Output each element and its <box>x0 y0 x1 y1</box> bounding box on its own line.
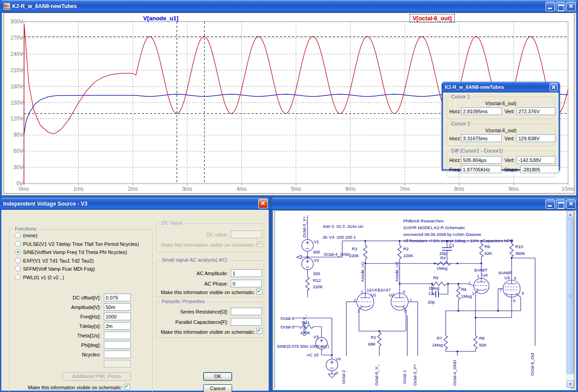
ac-analysis-caption: Small signal AC analysis(.AC) <box>160 257 229 263</box>
param-input-0[interactable] <box>104 294 131 301</box>
ac-visible-checkbox[interactable] <box>256 289 262 295</box>
x-axis-label: 6ms <box>337 186 364 192</box>
diff-horz-value[interactable] <box>461 156 502 164</box>
function-radio-5[interactable] <box>15 274 21 280</box>
schematic-label: R10 <box>515 244 523 249</box>
param-input-5[interactable] <box>104 341 131 349</box>
parasitic-visible-checkbox[interactable] <box>256 328 262 334</box>
visible-on-schematic-checkbox[interactable] <box>124 384 130 390</box>
param-input-2[interactable] <box>104 313 131 320</box>
series-resistance-label: Series Resistance[Ω]: <box>164 309 228 314</box>
cursor-panel-titlebar[interactable]: K2-R_w_6AN8-newTubes <box>442 82 560 92</box>
schematic-label: 220K <box>313 284 323 289</box>
schematic-label: Philbrick Researches <box>403 218 443 223</box>
ac-phase-input[interactable] <box>231 280 262 287</box>
cursor-panel-close-icon[interactable] <box>550 83 558 91</box>
schematic-label: 220K <box>403 253 414 258</box>
x-axis-label: 8ms <box>446 186 473 192</box>
schematic-minimize-button[interactable] <box>545 199 555 209</box>
schematic-label: Octal-5_V_ <box>302 314 307 336</box>
series-resistance-input[interactable] <box>231 308 262 315</box>
window-title: K2-R_w_6AN8-newTubes <box>12 3 77 9</box>
function-radio-label-5[interactable]: PWL(t1 v1 t2 v2...) <box>23 275 64 280</box>
cursor1-signal: V(octal-6_out) <box>449 101 552 106</box>
function-radio-0[interactable] <box>15 232 21 238</box>
y-axis-label: 30V <box>5 164 23 171</box>
function-radio-label-1[interactable]: PULSE(V1 V2 Tdelay Trise Tfall Ton Perio… <box>23 241 139 247</box>
schematic-label: 82K <box>485 251 493 256</box>
schematic-maximize-button[interactable] <box>556 199 565 209</box>
resistor-icon <box>510 244 513 257</box>
ac-amplitude-input[interactable] <box>231 269 262 277</box>
schematic-label: 300 <box>313 271 320 276</box>
function-radio-label-4[interactable]: SFFM(Voff Vamp Fcar MDI Fsig) <box>23 266 95 272</box>
x-axis-label: 2ms <box>119 186 146 192</box>
cursor2-group: Cursor 2 V(octal-6_out) Horz: Vert: <box>447 124 555 146</box>
function-radio-3[interactable] <box>15 258 21 263</box>
trace-label-anode-u1[interactable]: V[anode_u1] <box>127 15 195 22</box>
cursor1-vert-value[interactable] <box>517 107 555 115</box>
pin-number: 2 <box>354 298 356 303</box>
pin-number: 2 <box>468 281 471 286</box>
function-radio-label-2[interactable]: SINE(Voffset Vamp Freq Td Theta Phi Ncyc… <box>23 249 127 255</box>
schematic-label: 360K <box>515 251 526 256</box>
schematic-scrollbar[interactable]: ▲ ▼ <box>566 211 574 388</box>
resistor-icon <box>444 336 447 349</box>
v3-dialog-close-icon[interactable] <box>258 199 268 208</box>
additional-pwl-points-button[interactable]: Additional PWL Points <box>62 372 131 381</box>
function-radio-4[interactable] <box>15 266 21 272</box>
v3-dialog-titlebar[interactable]: Independent Voltage Source - V3 <box>0 198 270 210</box>
function-radio-label-0[interactable]: (none) <box>23 233 37 238</box>
cursor2-vert-value[interactable] <box>517 134 555 142</box>
function-radio-label-3[interactable]: EXP(V1 V2 Td1 Tau1 Td2 Tau2) <box>23 258 93 263</box>
param-input-3[interactable] <box>104 322 131 330</box>
junction-dot <box>307 256 308 258</box>
x-axis-label: 5ms <box>283 186 310 192</box>
functions-caption: Functions <box>14 226 38 231</box>
schematic-label: V4 <box>336 356 341 361</box>
parallel-capacitance-label: Parallel Capacitance[F]: <box>164 319 228 325</box>
cursor1-horz-label: Horz: <box>449 109 461 114</box>
schematic-label: ;dc V4 -100 100 1 <box>322 235 356 240</box>
tube-u1-icon <box>346 293 374 331</box>
param-input-6[interactable] <box>104 350 131 358</box>
schematic-label: uncovered 09.08.2008 by Achim Dassow <box>403 232 481 237</box>
pin-number: 7 <box>410 298 412 303</box>
dc-value-input[interactable] <box>231 231 262 238</box>
param-input-4[interactable] <box>104 332 131 339</box>
waveform-titlebar[interactable]: K2-R_w_6AN8-newTubes <box>0 0 578 13</box>
schematic-close-button[interactable] <box>566 199 576 209</box>
schematic-label: SINE(0.075 50m 1000 2m ) <box>277 344 329 349</box>
junction-dot <box>431 283 433 284</box>
minimize-button[interactable] <box>545 2 555 11</box>
schematic-titlebar[interactable] <box>271 198 578 210</box>
dc-visible-checkbox[interactable] <box>256 241 262 247</box>
pin-number: 9 <box>513 298 515 303</box>
scroll-down-icon[interactable]: ▼ <box>567 380 574 388</box>
function-radio-2[interactable] <box>15 249 21 255</box>
x-axis-label: 0ms <box>10 186 37 192</box>
diff-slope-value[interactable] <box>520 166 559 173</box>
cancel-button[interactable]: Cancel <box>203 384 232 392</box>
parallel-capacitance-input[interactable] <box>231 318 262 326</box>
trace-label-octal-6-out[interactable]: V[octal-6_out] <box>410 14 455 23</box>
x-axis-label: 7ms <box>392 186 419 192</box>
scroll-up-icon[interactable]: ▲ <box>567 211 574 218</box>
schematic-label: R6 <box>461 287 466 292</box>
extra-param-field[interactable] <box>104 360 131 368</box>
diff-freq-value[interactable] <box>461 166 502 173</box>
close-button[interactable] <box>566 2 576 11</box>
junction-dot <box>497 310 499 311</box>
schematic-label: Octal-1 <box>280 316 294 321</box>
maximize-button[interactable] <box>556 2 565 11</box>
ok-button[interactable]: OK <box>203 372 232 381</box>
scrollbar-thumb[interactable] <box>567 219 574 374</box>
diff-vert-value[interactable] <box>517 156 555 164</box>
cursor2-horz-value[interactable] <box>461 134 502 142</box>
cursor1-horz-value[interactable] <box>461 107 502 115</box>
schematic-canvas[interactable]: .tran 0 .01 0 .314u uic;dc V4 -100 100 1… <box>275 211 571 390</box>
param-input-1[interactable] <box>104 303 131 311</box>
schematic-label: R5 <box>433 275 438 280</box>
function-radio-1[interactable] <box>15 241 21 247</box>
cursor-panel-body: Cursor 1 V(octal-6_out) Horz: Vert: Curs… <box>443 92 559 169</box>
